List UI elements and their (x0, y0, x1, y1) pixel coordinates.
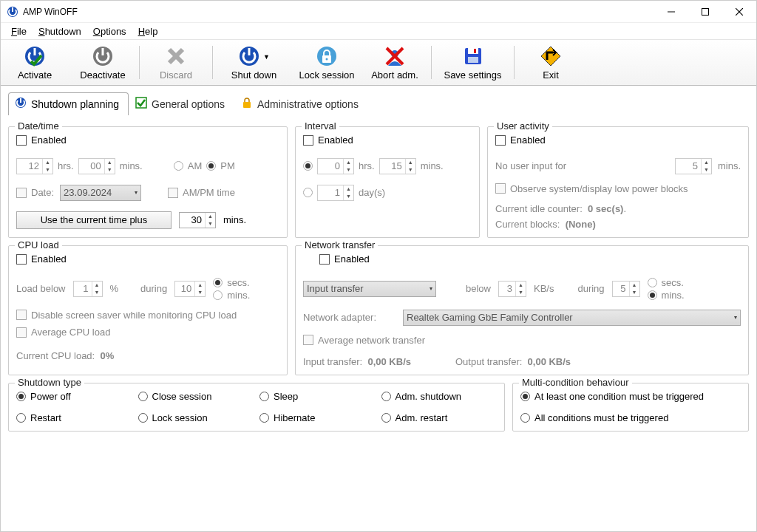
adm-shutdown-radio[interactable]: Adm. shutdown (381, 391, 498, 402)
svg-rect-23 (474, 49, 476, 53)
date-checkbox[interactable]: Date: (16, 187, 54, 198)
cpu-below-spinner[interactable]: ▲▼ (73, 281, 103, 297)
power-gray-icon (92, 44, 114, 68)
cpu-group: CPU load Enabled Load below ▲▼ % during … (8, 245, 288, 375)
lock-session-button[interactable]: Lock session (293, 43, 361, 82)
interval-mins-spinner[interactable]: ▲▼ (379, 158, 416, 174)
shutdown-label: Shut down (231, 69, 276, 81)
menu-file[interactable]: File (5, 24, 33, 38)
tab-general-options[interactable]: General options (129, 92, 234, 115)
activate-label: Activate (18, 69, 52, 81)
cpu-avg-checkbox[interactable]: Average CPU load (16, 327, 110, 338)
interval-days-radio[interactable] (303, 188, 313, 197)
network-legend: Network transfer (302, 239, 378, 250)
discard-label: Discard (160, 69, 192, 81)
svg-rect-7 (34, 48, 36, 55)
deactivate-button[interactable]: Deactivate (69, 43, 137, 82)
svg-rect-21 (468, 48, 478, 54)
net-secs-radio[interactable]: secs. (648, 277, 685, 288)
am-radio[interactable]: AM (174, 160, 203, 171)
menu-help[interactable]: Help (132, 24, 164, 38)
cpu-during-spinner[interactable]: ▲▼ (174, 281, 206, 297)
discard-button[interactable]: Discard (142, 43, 210, 82)
hibernate-radio[interactable]: Hibernate (259, 412, 376, 423)
minimize-button[interactable] (654, 1, 688, 23)
adm-restart-radio[interactable]: Adm. restart (381, 412, 498, 423)
adapter-dropdown[interactable]: Realtek Gaming GbE Family Controller▾ (403, 310, 741, 326)
tab-shutdown-planning[interactable]: Shutdown planning (8, 92, 129, 115)
svg-rect-26 (20, 98, 21, 103)
use-current-time-button[interactable]: Use the current time plus (16, 211, 172, 229)
interval-group: Interval Enabled ▲▼ hrs. ▲▼ mins. ▲▼ day… (295, 126, 480, 238)
close-button[interactable] (722, 1, 756, 23)
svg-rect-13 (248, 48, 251, 55)
menu-options[interactable]: Options (87, 24, 132, 38)
multicond-all-radio[interactable]: All conditions must be triggered (520, 412, 741, 423)
save-settings-button[interactable]: Save settings (434, 43, 512, 82)
exit-button[interactable]: Exit (517, 43, 585, 82)
lock-session-radio[interactable]: Lock session (138, 412, 254, 423)
interval-hours-spinner[interactable]: ▲▼ (317, 158, 354, 174)
check-green-icon (135, 97, 147, 111)
abort-icon (384, 44, 406, 68)
lock-icon (316, 44, 338, 68)
shutdown-button[interactable]: ▼ Shut down (215, 43, 293, 82)
power-check-icon (24, 44, 46, 68)
exit-label: Exit (543, 69, 559, 81)
exit-icon (540, 44, 562, 68)
interval-enabled-checkbox[interactable]: Enabled (303, 134, 353, 146)
maximize-button[interactable] (688, 1, 722, 23)
net-during-spinner[interactable]: ▲▼ (612, 281, 640, 297)
tabbar: Shutdown planning General options Admini… (1, 86, 756, 115)
transfer-type-dropdown[interactable]: Input transfer▾ (303, 281, 436, 297)
useractivity-legend: User activity (494, 120, 552, 132)
tab-admin-label: Administrative options (257, 98, 359, 110)
cpu-mins-radio[interactable]: mins. (213, 290, 250, 301)
plus-mins-spinner[interactable]: ▲▼ (179, 212, 216, 228)
save-label: Save settings (444, 69, 501, 81)
datetime-hours-spinner[interactable]: ▲▼ (16, 158, 53, 174)
cpu-legend: CPU load (15, 239, 62, 250)
shutdown-type-legend: Shutdown type (15, 377, 84, 388)
noinput-spinner[interactable]: ▲▼ (675, 158, 712, 174)
titlebar: AMP WinOFF (1, 1, 756, 23)
tab-general-label: General options (152, 98, 225, 110)
window-title: AMP WinOFF (23, 7, 654, 17)
poweroff-radio[interactable]: Power off (16, 391, 132, 402)
svg-rect-28 (243, 102, 251, 108)
datetime-mins-spinner[interactable]: ▲▼ (78, 158, 115, 174)
app-window: AMP WinOFF File Shutdown Options Help Ac… (0, 0, 757, 532)
datetime-legend: Date/time (15, 120, 62, 132)
multicond-legend: Multi-condition behaviour (519, 377, 632, 388)
close-session-radio[interactable]: Close session (138, 391, 254, 402)
observe-checkbox[interactable]: Observe system/display low power blocks (495, 183, 688, 194)
deactivate-label: Deactivate (80, 69, 125, 81)
net-mins-radio[interactable]: mins. (648, 290, 685, 301)
lock-small-icon (241, 97, 253, 111)
ampm-checkbox[interactable]: AM/PM time (168, 187, 235, 198)
abort-adm-button[interactable]: Abort adm. (361, 43, 429, 82)
cpu-enabled-checkbox[interactable]: Enabled (16, 253, 67, 265)
power-small-icon (15, 97, 27, 111)
interval-days-spinner[interactable]: ▲▼ (317, 185, 354, 201)
multicond-one-radio[interactable]: At least one condition must be triggered (520, 391, 741, 402)
tab-admin-options[interactable]: Administrative options (234, 92, 368, 115)
cpu-secs-radio[interactable]: secs. (213, 277, 250, 288)
pm-radio[interactable]: PM (206, 160, 235, 171)
useractivity-enabled-checkbox[interactable]: Enabled (495, 134, 546, 146)
net-avg-checkbox[interactable]: Average network transfer (303, 335, 425, 346)
net-below-spinner[interactable]: ▲▼ (498, 281, 526, 297)
date-dropdown[interactable]: 23.09.2024▾ (60, 185, 141, 201)
sleep-radio[interactable]: Sleep (259, 391, 376, 402)
menu-shutdown[interactable]: Shutdown (33, 24, 87, 38)
interval-hrs-radio[interactable] (303, 161, 313, 171)
net-enabled-checkbox[interactable]: Enabled (319, 253, 370, 265)
x-gray-icon (166, 44, 186, 68)
activate-button[interactable]: Activate (1, 43, 69, 82)
svg-rect-3 (702, 8, 709, 15)
restart-radio[interactable]: Restart (16, 412, 132, 423)
datetime-enabled-checkbox[interactable]: Enabled (16, 134, 67, 146)
cpu-disabless-checkbox[interactable]: Disable screen saver while monitoring CP… (16, 310, 237, 321)
useractivity-group: User activity Enabled No user input for … (487, 126, 749, 238)
svg-rect-9 (102, 48, 104, 55)
